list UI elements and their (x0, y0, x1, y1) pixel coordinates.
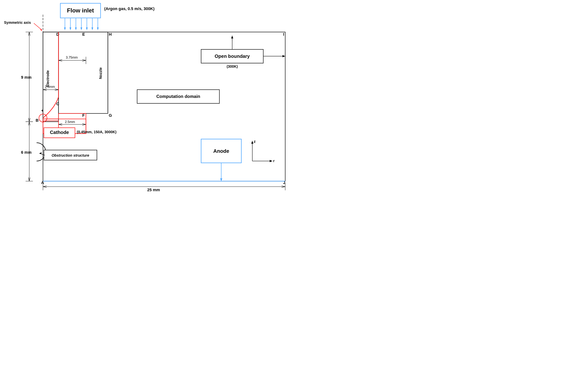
computation-domain-label: Computation domain (156, 94, 200, 99)
dim-25mm-label: 25 mm (147, 188, 160, 192)
flow-inlet-label: Flow inlet (67, 7, 94, 14)
dim-375mm-label: 3.75mm (66, 56, 78, 59)
z-axis-label: z (254, 139, 256, 143)
point-d-label: D (56, 32, 59, 37)
point-h-label: H (109, 32, 112, 37)
point-f-label: F (82, 113, 85, 118)
r-axis-label: r (273, 159, 275, 163)
electrode-label: Electrode (46, 70, 50, 87)
dim-25mm-lower-label: 2.5mm (65, 120, 75, 124)
point-c-label: C (56, 102, 59, 106)
point-g-label: G (109, 113, 112, 118)
point-b-circle-label: + (41, 108, 43, 113)
dim-9mm-label: 9 mm (21, 75, 31, 80)
argon-gas-label: (Argon gas, 0.5 m/s, 300K) (104, 6, 154, 11)
symmetric-axis-label: Symmetric axis (4, 21, 31, 24)
dim-6mm-label: 6 mm (21, 150, 31, 155)
point-i-label: I (283, 32, 284, 37)
nozzle-label: Nozzle (99, 67, 103, 79)
point-b-label: B (36, 118, 39, 123)
open-boundary-temp-label: (300K) (227, 64, 238, 68)
main-diagram-svg: Flow inlet (Argon gas, 0.5 m/s, 300K) Sy… (0, 0, 294, 192)
diagram-container: Flow inlet (Argon gas, 0.5 m/s, 300K) Sy… (0, 0, 294, 192)
obstruction-label: Obstruction structure (52, 153, 89, 157)
point-e-label: E (82, 32, 85, 37)
cathode-label: Cathode (50, 130, 69, 135)
open-boundary-label: Open boundary (215, 53, 250, 59)
dim-25mm-upper-label: 2.5mm (45, 85, 55, 89)
anode-label: Anode (213, 148, 229, 154)
cathode-spec-label: (0.45mm, 150A, 3000K) (77, 130, 116, 134)
